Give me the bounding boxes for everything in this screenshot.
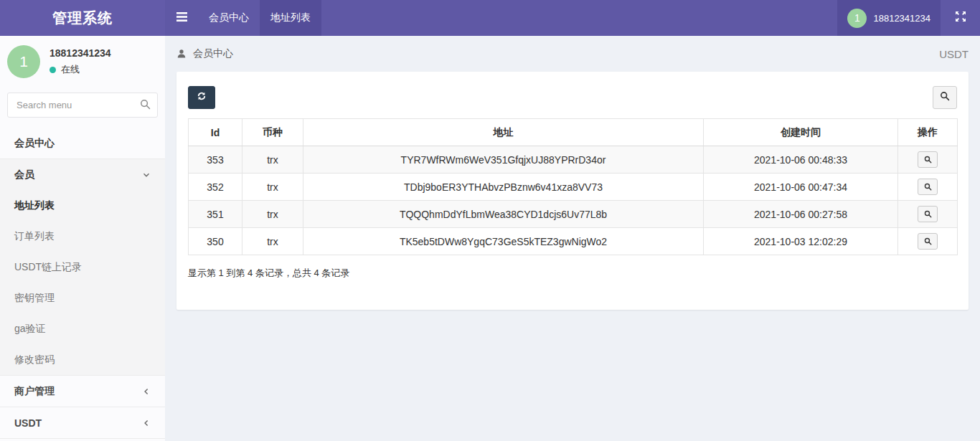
column-header-id: Id — [189, 119, 242, 146]
column-header-address: 地址 — [303, 119, 704, 146]
cell-coin: trx — [242, 174, 303, 201]
cell-coin: trx — [242, 228, 303, 255]
sidebar-item-member[interactable]: 会员 — [0, 159, 165, 190]
column-header-coin: 币种 — [242, 119, 303, 146]
breadcrumb-right-label: USDT — [939, 48, 969, 60]
breadcrumb-label: 会员中心 — [193, 47, 233, 60]
sidebar-item-usdt[interactable]: USDT — [0, 407, 165, 438]
main-content: 会员中心 USDT — [165, 0, 980, 310]
chevron-down-icon — [142, 171, 151, 179]
chevron-left-icon — [142, 387, 151, 396]
search-icon — [924, 236, 932, 247]
column-header-actions: 操作 — [898, 119, 958, 146]
tab-address-list[interactable]: 地址列表 — [260, 0, 321, 36]
sidebar-item-usdt-chain-records[interactable]: USDT链上记录 — [0, 252, 165, 283]
cell-created: 2021-10-06 00:27:58 — [704, 201, 898, 228]
cell-created: 2021-10-03 12:02:29 — [704, 228, 898, 255]
hamburger-icon — [176, 11, 187, 24]
sidebar-menu: 会员中心 会员 地址列表 订单列表 USDT链上记录 密钥管理 ga验 — [0, 128, 165, 439]
avatar: 1 — [7, 45, 40, 78]
address-table-card: Id 币种 地址 创建时间 操作 353 trx TYR7WfRWm6WeV35… — [176, 72, 969, 310]
chevron-left-icon — [142, 419, 151, 427]
records-summary: 显示第 1 到第 4 条记录，总共 4 条记录 — [188, 267, 957, 280]
sidebar-item-change-password[interactable]: 修改密码 — [0, 344, 165, 375]
user-icon — [176, 49, 187, 59]
view-row-button[interactable] — [918, 206, 938, 222]
table-row: 351 trx TQQQhmDdYfLbmWea38CYD1dcjs6Uv77L… — [189, 201, 958, 228]
view-row-button[interactable] — [918, 233, 938, 250]
table-row: 350 trx TK5eb5tDWw8YgqC73GeS5kTEZ3gwNigW… — [189, 228, 958, 255]
address-table: Id 币种 地址 创建时间 操作 353 trx TYR7WfRWm6WeV35… — [188, 118, 958, 255]
view-row-button[interactable] — [918, 151, 938, 168]
view-row-button[interactable] — [918, 179, 938, 195]
online-status-dot — [50, 67, 56, 73]
sidebar-user-panel: 1 18812341234 在线 — [0, 36, 165, 85]
cell-coin: trx — [242, 201, 303, 228]
refresh-button[interactable] — [188, 86, 215, 109]
table-toolbar — [188, 86, 957, 109]
search-icon — [940, 91, 950, 104]
fullscreen-button[interactable] — [941, 0, 980, 36]
cell-address: TDbj9boER3YTHAbvzPBznw6v41xza8VV73 — [303, 174, 704, 201]
cell-created: 2021-10-06 00:47:34 — [704, 174, 898, 201]
cell-created: 2021-10-06 00:48:33 — [704, 146, 898, 174]
search-icon — [924, 154, 932, 166]
column-header-created: 创建时间 — [704, 119, 898, 146]
online-status-label: 在线 — [61, 63, 80, 76]
app-title: 管理系统 — [0, 0, 165, 36]
cell-id: 351 — [189, 201, 242, 228]
cell-id: 350 — [189, 228, 242, 255]
sidebar-search — [7, 93, 158, 118]
table-row: 352 trx TDbj9boER3YTHAbvzPBznw6v41xza8VV… — [189, 174, 958, 201]
header-tabs: 会员中心 地址列表 — [198, 0, 321, 36]
user-phone: 18812341234 — [873, 13, 930, 24]
expand-arrows-icon — [955, 11, 966, 25]
cell-id: 352 — [189, 174, 242, 201]
avatar: 1 — [847, 9, 867, 28]
cell-id: 353 — [189, 146, 242, 174]
table-search-button[interactable] — [933, 86, 957, 109]
sidebar-item-key-management[interactable]: 密钥管理 — [0, 283, 165, 313]
tab-member-center[interactable]: 会员中心 — [198, 0, 260, 36]
cell-address: TYR7WfRWm6WeV351GfqjxUJ88YPRrD34or — [303, 146, 704, 174]
sidebar-item-order-list[interactable]: 订单列表 — [0, 221, 165, 252]
search-icon — [924, 209, 932, 220]
table-row: 353 trx TYR7WfRWm6WeV351GfqjxUJ88YPRrD34… — [189, 146, 958, 174]
sidebar-group-merchant: 商户管理 — [0, 376, 165, 407]
sidebar-group-member: 会员 地址列表 订单列表 USDT链上记录 密钥管理 ga验证 修改密码 — [0, 158, 165, 376]
cell-coin: trx — [242, 146, 303, 174]
top-header: 管理系统 会员中心 地址列表 1 18812341234 — [0, 0, 980, 36]
sidebar-group-usdt: USDT — [0, 407, 165, 439]
cell-address: TQQQhmDdYfLbmWea38CYD1dcjs6Uv77L8b — [303, 201, 704, 228]
cell-address: TK5eb5tDWw8YgqC73GeS5kTEZ3gwNigWo2 — [303, 228, 704, 255]
sidebar-item-address-list[interactable]: 地址列表 — [0, 190, 165, 221]
header-spacer — [321, 0, 837, 36]
search-icon — [924, 181, 932, 193]
sidebar-item-merchant-management[interactable]: 商户管理 — [0, 376, 165, 407]
search-icon[interactable] — [140, 99, 151, 113]
user-phone: 18812341234 — [50, 47, 111, 59]
header-user-menu[interactable]: 1 18812341234 — [837, 0, 941, 36]
sidebar-item-ga-verify[interactable]: ga验证 — [0, 313, 165, 344]
search-input[interactable] — [7, 93, 158, 118]
sidebar-item-member-center[interactable]: 会员中心 — [0, 128, 165, 158]
refresh-icon — [197, 91, 207, 104]
breadcrumb: 会员中心 USDT — [165, 36, 980, 72]
table-header-row: Id 币种 地址 创建时间 操作 — [189, 119, 958, 146]
sidebar-toggle-button[interactable] — [165, 0, 198, 36]
sidebar: 1 18812341234 在线 会员中心 会员 地址列表 — [0, 36, 165, 441]
